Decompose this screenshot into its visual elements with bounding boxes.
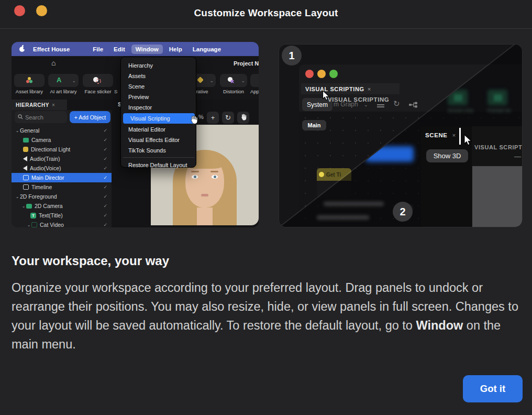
distortion-label: Distortion xyxy=(220,89,247,94)
menubar-item-file[interactable]: File xyxy=(88,45,107,54)
node-graph-icon[interactable] xyxy=(409,101,418,110)
preview-lips xyxy=(201,194,208,196)
tab-visual-scripting[interactable]: VISUAL SCRIPTING × xyxy=(301,83,400,94)
screen-image-label: Screen Ima xyxy=(448,107,473,113)
menu-item-hierarchy[interactable]: Hierarchy xyxy=(121,60,197,71)
visibility-check-icon[interactable]: ✓ xyxy=(103,166,107,171)
window-zoom-button[interactable] xyxy=(329,70,338,78)
chevron-down-icon[interactable]: ⌄ xyxy=(15,194,20,199)
row-label: 2D Camera xyxy=(35,203,63,209)
preview-neck xyxy=(197,208,213,225)
close-icon[interactable]: × xyxy=(452,132,456,138)
pan-tool-button[interactable] xyxy=(237,112,249,124)
hierarchy-row-text-title[interactable]: T Text(Title) ✓ xyxy=(12,211,112,220)
chevron-down-icon: ⌄ xyxy=(72,78,76,83)
timeline-icon xyxy=(23,184,29,190)
audio-icon xyxy=(23,166,27,171)
screenshot-window-menu: Effect House File Edit Window Help Langu… xyxy=(12,42,259,227)
appearance-partial-label: App xyxy=(250,89,259,94)
search-input[interactable]: Search xyxy=(15,111,67,123)
close-icon[interactable]: × xyxy=(52,102,55,108)
row-label: General xyxy=(20,127,39,134)
camera-icon xyxy=(23,138,29,143)
green-grid-icon xyxy=(454,94,461,101)
got-it-button[interactable]: Got it xyxy=(463,375,523,402)
hierarchy-row-audio-train[interactable]: Audio(Train) ✓ xyxy=(12,154,112,163)
blurred-row xyxy=(324,202,384,206)
hierarchy-row-audio-voice[interactable]: Audio(Voice) ✓ xyxy=(12,163,112,173)
zoom-percent-label: % xyxy=(198,114,204,120)
plus-icon: + xyxy=(211,114,215,122)
ai-art-icon: A xyxy=(57,76,61,84)
hierarchy-row-cat-video[interactable]: ⌄ Cat Video ✓ xyxy=(12,220,112,227)
refresh-icon[interactable]: ↻ xyxy=(393,99,400,108)
minimize-dash-icon[interactable]: — xyxy=(514,152,521,160)
ai-art-library-button[interactable]: A ⌄ xyxy=(48,74,79,87)
apple-icon[interactable] xyxy=(19,45,26,53)
visibility-check-icon[interactable]: ✓ xyxy=(103,147,107,152)
chevron-down-icon[interactable]: ⌄ xyxy=(15,128,20,133)
home-icon[interactable]: ⌂ xyxy=(51,59,56,67)
face-sticker-button[interactable] xyxy=(83,74,113,87)
distortion-button[interactable]: ⌄ xyxy=(220,74,247,87)
hierarchy-row-2d-camera[interactable]: ⌄ 2D Camera ✓ xyxy=(12,201,112,211)
visibility-check-icon[interactable]: ✓ xyxy=(103,184,107,190)
zoom-in-button[interactable]: + xyxy=(207,112,219,124)
menu-item-preview[interactable]: Preview xyxy=(121,92,197,102)
dock-insertion-indicator xyxy=(459,128,461,145)
cursor-hand-icon xyxy=(190,115,198,126)
menu-separator xyxy=(123,157,195,158)
window-minimize-button[interactable] xyxy=(317,70,326,78)
face-sticker-label: Face sticker xyxy=(83,89,113,94)
menubar-item-window[interactable]: Window xyxy=(131,45,163,54)
row-label: Directional Light xyxy=(31,146,70,152)
hierarchy-row-general[interactable]: ⌄ General ✓ xyxy=(12,126,112,135)
hierarchy-row-camera[interactable]: Camera ✓ xyxy=(12,135,112,145)
hierarchy-row-main-director[interactable]: Main Director ✓ xyxy=(12,173,112,182)
visibility-check-icon[interactable]: ✓ xyxy=(103,128,107,133)
description-bold-window: Window xyxy=(416,319,463,332)
asset-library-button[interactable] xyxy=(14,74,45,87)
menu-item-assets[interactable]: Assets xyxy=(121,71,197,81)
menubar-item-help[interactable]: Help xyxy=(165,45,186,54)
hand-icon xyxy=(240,114,247,122)
dialog-titlebar: Customize Workspace Layout xyxy=(0,0,532,29)
visibility-check-icon[interactable]: ✓ xyxy=(103,194,107,199)
add-object-button[interactable]: + Add Object xyxy=(70,111,110,123)
show-3d-button[interactable]: Show 3D xyxy=(426,149,468,162)
chevron-down-icon[interactable]: ⌄ xyxy=(26,223,31,227)
row-label: Camera xyxy=(31,137,51,143)
tab-hierarchy[interactable]: HIERARCHY × xyxy=(12,100,67,110)
hierarchy-panel: HIERARCHY × Search + Add Object ⌄ Genera… xyxy=(12,100,112,227)
menu-item-restore-default-layout[interactable]: Restore Default Layout xyxy=(121,160,197,170)
screenshot-drag-panels: VISUAL SCRIPTING × m Graph ⌄ ↻ Graph > S… xyxy=(279,44,523,227)
visibility-check-icon[interactable]: ✓ xyxy=(103,137,107,143)
menubar-app-name[interactable]: Effect House xyxy=(29,45,74,54)
text-icon: T xyxy=(30,213,36,219)
visibility-check-icon[interactable]: ✓ xyxy=(103,203,107,209)
visibility-check-icon[interactable]: ✓ xyxy=(103,156,107,161)
visibility-check-icon[interactable]: ✓ xyxy=(103,222,107,227)
menu-item-tiktok-sounds[interactable]: TikTok Sounds xyxy=(121,145,197,156)
close-icon[interactable]: × xyxy=(368,86,371,92)
hierarchy-row-2d-foreground[interactable]: ⌄ 2D Foreground ✓ xyxy=(12,192,112,201)
chevron-down-icon[interactable]: ⌄ xyxy=(21,204,26,209)
menu-item-visual-effects-editor[interactable]: Visual Effects Editor xyxy=(121,135,197,145)
hierarchy-row-timeline[interactable]: Timeline ✓ xyxy=(12,182,112,192)
menubar-item-language[interactable]: Language xyxy=(189,45,225,54)
menu-item-inspector[interactable]: Inspector xyxy=(121,102,197,113)
menu-item-material-editor[interactable]: Material Editor xyxy=(121,124,197,135)
video-icon xyxy=(31,222,37,227)
tab-scene[interactable]: SCENE × xyxy=(425,132,456,138)
visibility-check-icon[interactable]: ✓ xyxy=(103,213,107,218)
menu-item-visual-scripting[interactable]: Visual Scripting xyxy=(123,113,195,124)
appearance-button[interactable] xyxy=(250,74,259,87)
hierarchy-row-directional-light[interactable]: Directional Light ✓ xyxy=(12,145,112,154)
row-label: Audio(Train) xyxy=(30,156,60,162)
add-object-label: + Add Object xyxy=(74,114,106,121)
reset-view-button[interactable]: ↻ xyxy=(222,112,234,124)
visibility-check-icon[interactable]: ✓ xyxy=(103,175,107,180)
window-close-button[interactable] xyxy=(305,70,314,78)
menu-item-scene[interactable]: Scene xyxy=(121,81,197,92)
menubar-item-edit[interactable]: Edit xyxy=(109,45,129,54)
